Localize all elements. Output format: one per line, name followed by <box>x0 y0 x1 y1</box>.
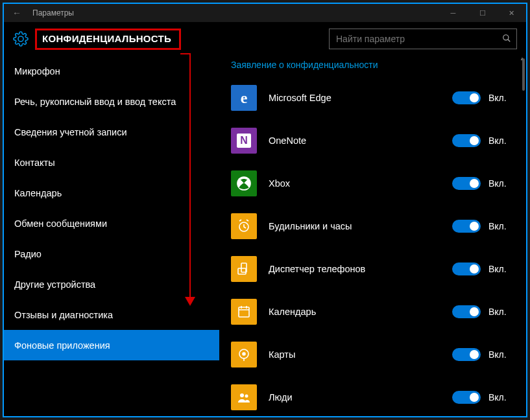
app-toggle[interactable] <box>452 177 481 190</box>
settings-window: ← Параметры ─ ☐ ✕ КОНФИДЕНЦИАЛЬНОСТЬ Мик… <box>3 3 527 417</box>
app-row: Диспетчер телефоновВкл. <box>231 248 514 290</box>
phone-icon <box>231 256 257 282</box>
app-name-label: Microsoft Edge <box>257 93 452 103</box>
svg-point-8 <box>243 353 245 355</box>
back-button[interactable]: ← <box>4 8 30 18</box>
cal-icon <box>231 299 257 325</box>
toggle-state-label: Вкл. <box>488 178 514 189</box>
scrollbar-thumb[interactable] <box>522 58 525 91</box>
toggle-state-label: Вкл. <box>488 349 514 360</box>
search-icon[interactable] <box>497 34 516 45</box>
app-row: NOneNoteВкл. <box>231 119 514 162</box>
content: ▲ Заявление о конфиденциальности eMicros… <box>219 56 526 416</box>
maximize-button[interactable]: ☐ <box>468 4 497 22</box>
toggle-state-label: Вкл. <box>488 392 514 402</box>
search-box[interactable] <box>329 29 517 49</box>
svg-point-10 <box>245 395 248 398</box>
app-toggle[interactable] <box>452 91 481 104</box>
app-name-label: Диспетчер телефонов <box>257 264 452 274</box>
svg-point-0 <box>503 34 509 40</box>
toggle-state-label: Вкл. <box>488 307 514 317</box>
app-toggle[interactable] <box>452 348 481 361</box>
xbox-icon <box>231 170 257 196</box>
window-title: Параметры <box>30 8 74 18</box>
annotation-arrow <box>189 54 191 301</box>
sidebar-item[interactable]: Контакты <box>4 147 219 178</box>
minimize-button[interactable]: ─ <box>439 4 468 22</box>
sidebar-item-label: Микрофон <box>14 66 60 76</box>
app-name-label: Будильники и часы <box>257 221 452 231</box>
sidebar-item[interactable]: Сведения учетной записи <box>4 117 219 147</box>
app-row: eMicrosoft EdgeВкл. <box>231 76 514 119</box>
app-toggle[interactable] <box>452 220 481 233</box>
sidebar: МикрофонРечь, рукописный ввод и ввод тек… <box>4 56 219 416</box>
gear-icon <box>13 31 29 47</box>
sidebar-item-label: Речь, рукописный ввод и ввод текста <box>14 97 176 107</box>
heading-highlight: КОНФИДЕНЦИАЛЬНОСТЬ <box>35 29 181 50</box>
onenote-icon: N <box>231 128 257 154</box>
sidebar-item-label: Радио <box>14 249 42 259</box>
app-name-label: Люди <box>257 392 452 402</box>
toggle-state-label: Вкл. <box>488 221 514 231</box>
annotation-arrow <box>185 297 195 306</box>
edge-icon: e <box>231 85 257 111</box>
toggle-state-label: Вкл. <box>488 264 514 274</box>
app-toggle[interactable] <box>452 305 481 318</box>
body: МикрофонРечь, рукописный ввод и ввод тек… <box>4 56 526 416</box>
titlebar: ← Параметры ─ ☐ ✕ <box>4 4 526 22</box>
sidebar-item[interactable]: Обмен сообщениями <box>4 208 219 239</box>
app-name-label: Карты <box>257 349 452 360</box>
svg-rect-5 <box>238 268 246 274</box>
svg-line-1 <box>508 39 511 41</box>
toggle-state-label: Вкл. <box>488 93 514 103</box>
sidebar-item-label: Другие устройства <box>14 279 95 290</box>
sidebar-item[interactable]: Речь, рукописный ввод и ввод текста <box>4 86 219 117</box>
page-header: КОНФИДЕНЦИАЛЬНОСТЬ <box>4 22 526 56</box>
app-row: XboxВкл. <box>231 162 514 205</box>
app-name-label: Календарь <box>257 307 452 317</box>
app-row: КартыВкл. <box>231 333 514 376</box>
app-name-label: Xbox <box>257 178 452 189</box>
sidebar-item[interactable]: Фоновые приложения <box>4 330 219 360</box>
svg-rect-6 <box>239 307 249 317</box>
sidebar-item-label: Контакты <box>14 158 55 168</box>
sidebar-item-label: Отзывы и диагностика <box>14 310 113 320</box>
page-title: КОНФИДЕНЦИАЛЬНОСТЬ <box>42 33 171 44</box>
sidebar-item[interactable]: Радио <box>4 239 219 269</box>
sidebar-item[interactable]: Другие устройства <box>4 269 219 299</box>
app-toggle[interactable] <box>452 134 481 147</box>
app-row: Будильники и часыВкл. <box>231 205 514 248</box>
toggle-state-label: Вкл. <box>488 135 514 146</box>
people-icon <box>231 384 257 410</box>
app-row: КалендарьВкл. <box>231 290 514 333</box>
sidebar-item-label: Фоновые приложения <box>14 340 110 351</box>
sidebar-item-label: Сведения учетной записи <box>14 127 127 137</box>
app-toggle[interactable] <box>452 391 481 404</box>
alarm-icon <box>231 213 257 239</box>
close-button[interactable]: ✕ <box>497 4 526 22</box>
sidebar-item[interactable]: Календарь <box>4 178 219 208</box>
privacy-statement-link[interactable]: Заявление о конфиденциальности <box>231 58 514 76</box>
sidebar-item-label: Обмен сообщениями <box>14 218 107 229</box>
app-row: ЛюдиВкл. <box>231 376 514 416</box>
app-toggle[interactable] <box>452 262 481 275</box>
svg-point-9 <box>240 393 244 397</box>
sidebar-item-label: Календарь <box>14 188 62 198</box>
sidebar-item[interactable]: Микрофон <box>4 56 219 86</box>
app-name-label: OneNote <box>257 135 452 146</box>
maps-icon <box>231 342 257 368</box>
search-input[interactable] <box>330 34 497 44</box>
